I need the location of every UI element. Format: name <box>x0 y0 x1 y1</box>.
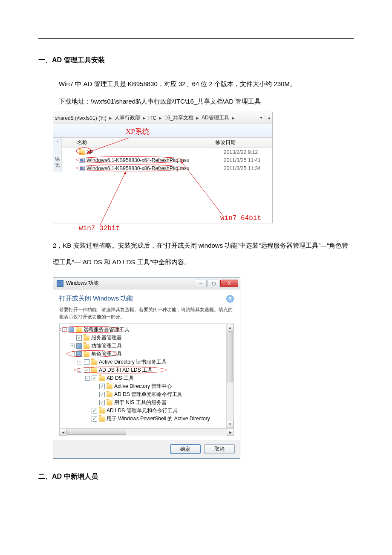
checkbox[interactable] <box>76 351 82 357</box>
annotation-win7-64: win7 64bit <box>220 214 261 222</box>
toolbar-band: XP系统 <box>53 124 272 138</box>
breadcrumb-seg[interactable]: 16_共享文档 <box>163 114 195 121</box>
tree-node[interactable]: 用于 NIS 工具的服务器 <box>60 399 226 407</box>
close-button[interactable]: X <box>220 280 238 287</box>
checkbox[interactable] <box>99 384 105 389</box>
collapse-icon[interactable]: - <box>70 352 75 356</box>
file-date: 2011/3/25 11:41 <box>224 157 272 163</box>
expand-icon[interactable]: + <box>70 344 75 348</box>
features-tree: -远程服务器管理工具服务器管理器+功能管理工具-角色管理工具+Active Di… <box>60 324 226 428</box>
dialog-body: 打开或关闭 Windows 功能 ? 若要打开一种功能，请选择其复选框。若要关闭… <box>53 289 240 440</box>
file-name: XP <box>86 149 93 155</box>
file-name: Windows6.1-KB958830-x64-RefreshPkg.msu <box>86 157 189 163</box>
checkbox[interactable] <box>92 416 97 422</box>
folder-icon <box>79 150 85 155</box>
checkbox[interactable] <box>84 359 89 365</box>
tree-node[interactable]: AD LDS 管理单元和命令行工具 <box>60 407 226 415</box>
scroll-thumb[interactable] <box>228 331 233 382</box>
dialog-description: 若要打开一种功能，请选择其复选框。若要关闭一种功能，请清除其复选框。填充的框表示… <box>59 306 234 320</box>
tree-label: 用于 Windows PowerShell 的 Active Directory <box>107 415 210 422</box>
dialog-buttons: 确定 取消 <box>53 440 240 458</box>
file-name: Windows6.1-KB958830-x86-RefreshPkg.msu <box>86 165 189 171</box>
chevron-right-icon: ▶ <box>158 116 163 120</box>
tree-node[interactable]: -角色管理工具 <box>60 350 226 358</box>
dropdown-icon[interactable]: ▼ <box>259 116 263 120</box>
tree-label: 用于 NIS 工具的服务器 <box>114 399 167 406</box>
tree-node[interactable]: 服务器管理器 <box>60 334 226 342</box>
tree-label: AD DS 管理单元和命令行工具 <box>114 391 182 398</box>
heading-text: 打开或关闭 Windows 功能 <box>59 295 133 303</box>
folder-icon <box>91 368 97 373</box>
scroll-down-icon[interactable]: ▼ <box>227 421 233 428</box>
tree-node[interactable]: AD DS 管理单元和命令行工具 <box>60 390 226 399</box>
checkbox[interactable] <box>92 408 97 413</box>
app-icon <box>57 280 63 287</box>
ok-button[interactable]: 确定 <box>170 444 201 454</box>
tree-node[interactable]: -AD DS 工具 <box>60 374 226 382</box>
folder-icon <box>91 360 97 365</box>
windows-features-dialog: Windows 功能 ─ ▢ X 打开或关闭 Windows 功能 ? 若要打开… <box>53 277 240 459</box>
tree-node[interactable]: +功能管理工具 <box>60 342 226 350</box>
checkbox[interactable] <box>76 343 82 349</box>
breadcrumb-seg[interactable]: shared$ (\\wxfs01) (Y:) <box>53 115 108 121</box>
chevron-right-icon: ▶ <box>142 116 147 120</box>
scroll-left-icon[interactable]: ◀ <box>59 429 66 436</box>
checkbox[interactable] <box>99 392 105 397</box>
section1-title: 一、AD 管理工具安装 <box>38 56 354 65</box>
tree-label: Active Directory 管理中心 <box>114 383 172 390</box>
checkbox[interactable] <box>84 367 89 373</box>
header-name[interactable]: 名称 <box>62 139 215 146</box>
file-row[interactable]: XP 2013/2/22 9:12 <box>62 148 272 156</box>
breadcrumb-seg[interactable]: AD管理工具 <box>200 114 231 121</box>
maximize-button[interactable]: ▢ <box>208 280 219 287</box>
msu-icon <box>79 158 85 163</box>
cancel-button[interactable]: 取消 <box>204 444 235 454</box>
file-row[interactable]: Windows6.1-KB958830-x64-RefreshPkg.msu 2… <box>62 156 272 164</box>
tree-label: AD DS 和 AD LDS 工具 <box>99 367 153 374</box>
folder-icon <box>99 376 105 381</box>
collapse-icon[interactable]: - <box>78 368 82 373</box>
tree-node[interactable]: -AD DS 和 AD LDS 工具 <box>60 366 226 374</box>
checkbox[interactable] <box>99 400 105 405</box>
scroll-right-icon[interactable]: ▶ <box>227 429 234 436</box>
tree-node[interactable]: +Active Directory 证书服务工具 <box>60 358 226 366</box>
file-date: 2013/2/22 9:12 <box>224 149 272 155</box>
paragraph-2: 下载地址：\\wxfs01\shared$\人事行政部\ITC\16_共享文档\… <box>59 94 354 108</box>
folder-icon <box>107 384 112 389</box>
checkbox[interactable] <box>69 327 74 332</box>
breadcrumb-bar: shared$ (\\wxfs01) (Y:)▶ 人事行政部▶ ITC▶ 16_… <box>53 112 272 124</box>
breadcrumb-seg[interactable]: 人事行政部 <box>113 114 142 121</box>
annotation-win7-32: win7 32bit <box>79 225 120 232</box>
collapse-icon[interactable]: - <box>85 376 90 381</box>
refresh-icon[interactable]: ◂ <box>267 116 271 120</box>
file-row[interactable]: Windows6.1-KB958830-x86-RefreshPkg.msu 2… <box>62 164 272 172</box>
tree-label: AD LDS 管理单元和命令行工具 <box>107 407 178 414</box>
window-title: Windows 功能 <box>66 280 98 287</box>
breadcrumb-right: ▼ ◂ <box>259 114 272 122</box>
hscroll-thumb[interactable] <box>66 430 126 435</box>
breadcrumb-seg[interactable]: ITC <box>147 115 158 121</box>
chevron-right-icon: ▶ <box>231 116 236 120</box>
svg-line-2 <box>100 172 126 225</box>
file-list: 名称 修改日期 XP 2013/2/22 9:12 Windows6.1-KB9… <box>62 138 272 172</box>
tree-node[interactable]: 用于 Windows PowerShell 的 Active Directory <box>60 415 226 423</box>
folder-icon <box>99 416 105 422</box>
tree-node[interactable]: -远程服务器管理工具 <box>60 326 226 334</box>
section2-title: 二、AD 中新增人员 <box>38 472 354 481</box>
sidebar-clip: ◂ 锡 无 <box>53 138 62 172</box>
minimize-button[interactable]: ─ <box>195 280 207 287</box>
folder-icon <box>76 327 82 332</box>
scroll-up-icon[interactable]: ▲ <box>227 324 233 331</box>
help-icon[interactable]: ? <box>226 295 234 303</box>
collapse-icon[interactable]: - <box>62 327 67 332</box>
tree-node[interactable]: Active Directory 管理中心 <box>60 382 226 390</box>
expand-icon[interactable]: + <box>78 360 82 364</box>
horizontal-scrollbar[interactable]: ◀ ▶ <box>59 428 234 436</box>
header-date[interactable]: 修改日期 <box>215 139 272 146</box>
tree-label: Active Directory 证书服务工具 <box>99 358 167 366</box>
checkbox[interactable] <box>92 376 97 381</box>
tree-label: 角色管理工具 <box>91 350 122 358</box>
vertical-scrollbar[interactable]: ▲ ▼ <box>226 324 233 428</box>
checkbox[interactable] <box>76 335 82 341</box>
msu-icon <box>79 166 85 171</box>
